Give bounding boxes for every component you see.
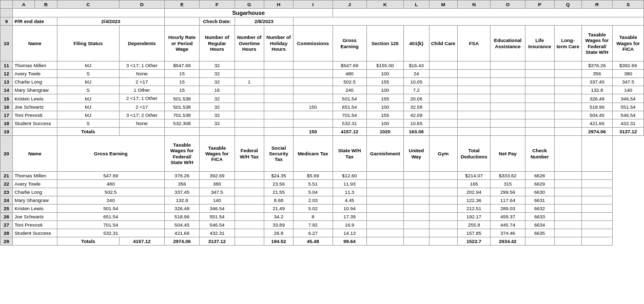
b-emp2-united-way [404,180,430,188]
emp8-regular: 32 [200,119,235,128]
emp1-section125: $155.00 [366,62,403,70]
b-emp1-medicare: $5.69 [294,172,333,180]
check-date-label: Check Date: [200,17,235,26]
emp5-401k: 20.06 [404,94,430,103]
b-emp3-federal-wh [235,188,264,196]
emp5-life [525,94,554,103]
emp2-filing: S [57,70,119,78]
header-overtime-hours: Number of Overtime Hours [235,26,264,62]
emp6-dependents: 2 <17 [119,103,164,111]
header-commissions: Commissions [294,26,333,62]
emp1-filing: MJ [57,62,119,70]
row-num-22: 22 [1,180,13,188]
b-emp6-social-security: 34.2 [264,213,293,221]
b-emp1-taxable-fica: 392.69 [200,172,235,180]
b-emp5-state-wh: 10.94 [333,205,366,213]
b-header-check-number: Check Number [525,136,554,172]
b-emp1-taxable-fed: 376.26 [164,172,199,180]
emp7-holiday [264,111,293,119]
emp5-taxable-fed: 326.48 [581,94,613,103]
b-emp6-united-way [404,213,430,221]
emp1-childcare [429,62,457,70]
b-emp1-state-wh: $12.60 [333,172,366,180]
emp5-taxable-fica: 346.54 [613,94,644,103]
b-emp4-gym [429,196,457,205]
b-totals-taxable-fica: 3137.12 [200,237,235,246]
b-emp3-social-security: 21.55 [264,188,293,196]
b-totals-net-pay: 2634.42 [491,237,525,246]
totals-section125: 1020 [366,128,403,136]
col-d: D [119,1,164,9]
col-o: O [491,1,525,9]
emp2-overtime [235,70,264,78]
b-emp1-garnishment [366,172,403,180]
emp2-section125: 100 [366,70,403,78]
company-title-right [333,9,643,17]
b-emp4-name: Mary Shangraw [13,196,57,205]
emp3-taxable-fica: 347.5 [613,78,644,86]
b-emp4-taxable-fica: 140 [200,196,235,205]
b-header-taxable-fed: Taxable Wages for Federal/ State W/H [164,136,199,172]
emp6-hourly: 501.538 [164,103,199,111]
emp5-gross: 501.54 [333,94,366,103]
emp8-401k: 10.65 [404,119,430,128]
col-b: B [35,1,57,9]
b-emp7-garnishment [366,221,403,229]
b-emp8-gross: 532.31 [57,229,164,237]
b-emp7-state-wh: 16.9 [333,221,366,229]
emp4-holiday [264,86,293,94]
totals-401k: 163.06 [404,128,430,136]
emp6-educational [491,103,525,111]
b-emp3-gym [429,188,457,196]
b-emp8-state-wh: 14.13 [333,229,366,237]
b-totals-federal-wh [235,237,264,246]
b-emp7-total-deductions: 255.8 [457,221,491,229]
b-totals-check-number [525,237,554,246]
header-name: Name [13,26,57,62]
b-emp8-name: Student Success [13,229,57,237]
b-emp3-check-number: 6630 [525,188,554,196]
b-emp6-check-number: 6633 [525,213,554,221]
emp8-longterm [554,119,581,128]
emp8-childcare [429,119,457,128]
b-header-taxable-fica: Taxable Wages for FICA [200,136,235,172]
b-emp1-check-number: 6628 [525,172,554,180]
emp2-gross: 480 [333,70,366,78]
b-header-united-way: United Way [404,136,430,172]
b-emp6-federal-wh [235,213,264,221]
emp5-fsa [457,94,491,103]
emp2-hourly: 15 [164,70,199,78]
b-emp2-name: Avery Towle [13,180,57,188]
col-k: K [366,1,403,9]
emp7-taxable-fed: 504.45 [581,111,613,119]
emp8-dependents: None [119,119,164,128]
emp3-educational [491,78,525,86]
emp4-commissions [294,86,333,94]
b-emp2-total-deductions: 165 [457,180,491,188]
col-l: L [404,1,430,9]
emp1-overtime [235,62,264,70]
emp5-name: Kristen Lewis [13,94,57,103]
b-emp7-gym [429,221,457,229]
emp5-section125: 155 [366,94,403,103]
emp7-gross: 701.54 [333,111,366,119]
b-emp8-total-deductions: 157.85 [457,229,491,237]
row-num-12: 12 [1,70,13,78]
b-emp3-net-pay: 299.56 [491,188,525,196]
emp3-section125: 155 [366,78,403,86]
b-totals-gross: 4157.12 [119,237,164,246]
b-emp7-net-pay: 445.74 [491,221,525,229]
b-emp3-united-way [404,188,430,196]
totals-gross: 4157.12 [333,128,366,136]
b-emp5-gym [429,205,457,213]
b-emp4-federal-wh [235,196,264,205]
b-emp4-net-pay: 117.64 [491,196,525,205]
b-emp1-united-way [404,172,430,180]
b-emp1-total-deductions: $214.07 [457,172,491,180]
emp7-section125: 155 [366,111,403,119]
emp7-commissions [294,111,333,119]
check-date-value: 2/8/2023 [235,17,294,26]
row-num-18: 18 [1,119,13,128]
emp4-gross: 240 [333,86,366,94]
emp2-name: Avery Towle [13,70,57,78]
